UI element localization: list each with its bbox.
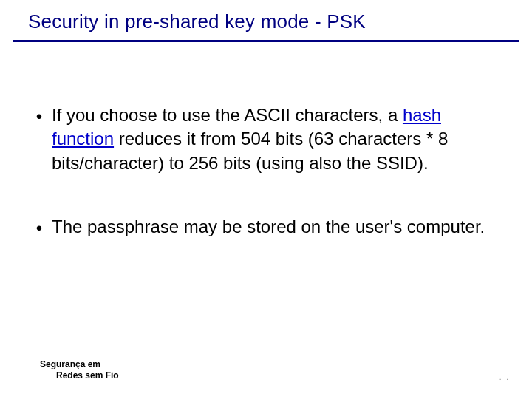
title-rule (13, 40, 519, 42)
footer-label: Segurança em Redes sem Fio (40, 359, 119, 381)
bullet-item: • If you choose to use the ASCII charact… (33, 103, 499, 175)
bullet-text: The passphrase may be stored on the user… (52, 215, 499, 239)
body-content: • If you choose to use the ASCII charact… (33, 103, 499, 281)
bullet-pre: If you choose to use the ASCII character… (52, 105, 403, 125)
page-corner-mark: . . (499, 373, 510, 381)
page-title: Security in pre-shared key mode - PSK (28, 10, 502, 33)
footer-line1: Segurança em (40, 359, 119, 370)
bullet-item: • The passphrase may be stored on the us… (33, 215, 499, 240)
bullet-dot-icon: • (33, 105, 46, 129)
slide: Security in pre-shared key mode - PSK • … (0, 0, 532, 399)
bullet-pre: The passphrase may be stored on the user… (52, 216, 485, 236)
footer-line2: Redes sem Fio (40, 370, 119, 381)
bullet-text: If you choose to use the ASCII character… (52, 103, 499, 175)
bullet-dot-icon: • (33, 216, 46, 240)
